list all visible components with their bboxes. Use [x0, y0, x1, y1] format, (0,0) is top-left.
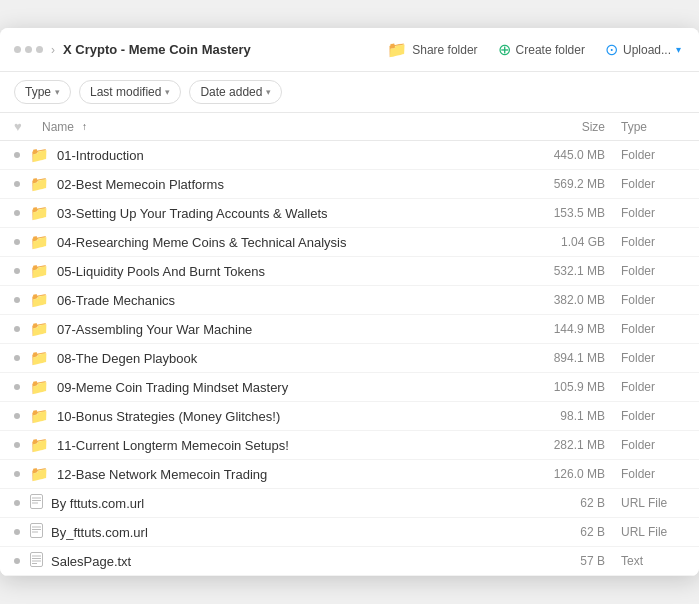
- file-size: 126.0 MB: [515, 467, 605, 481]
- file-size: 62 B: [515, 525, 605, 539]
- folder-icon: 📁: [30, 146, 49, 164]
- window-controls: [14, 46, 43, 53]
- last-modified-label: Last modified: [90, 85, 161, 99]
- table-row[interactable]: 📁 04-Researching Meme Coins & Technical …: [0, 228, 699, 257]
- favorite-dot: [14, 500, 20, 506]
- create-folder-button[interactable]: ⊕ Create folder: [494, 38, 589, 61]
- file-type: Folder: [605, 438, 685, 452]
- folder-icon: 📁: [30, 465, 49, 483]
- type-chevron-icon: ▾: [55, 87, 60, 97]
- type-filter-label: Type: [25, 85, 51, 99]
- folder-icon: 📁: [30, 262, 49, 280]
- type-filter-button[interactable]: Type ▾: [14, 80, 71, 104]
- table-header: ♥ Name ↑ Size Type: [0, 113, 699, 141]
- file-type: Folder: [605, 322, 685, 336]
- share-folder-button[interactable]: 📁 Share folder: [383, 38, 481, 61]
- breadcrumb-arrow: ›: [51, 43, 55, 57]
- table-row[interactable]: SalesPage.txt 57 B Text: [0, 547, 699, 576]
- file-size: 57 B: [515, 554, 605, 568]
- favorite-dot: [14, 239, 20, 245]
- folder-icon: 📁: [30, 320, 49, 338]
- table-row[interactable]: By_fttuts.com.url 62 B URL File: [0, 518, 699, 547]
- file-name: 07-Assembling Your War Machine: [57, 322, 515, 337]
- file-size: 445.0 MB: [515, 148, 605, 162]
- table-row[interactable]: 📁 10-Bonus Strategies (Money Glitches!) …: [0, 402, 699, 431]
- dot-2: [25, 46, 32, 53]
- favorite-dot: [14, 384, 20, 390]
- dot-3: [36, 46, 43, 53]
- table-row[interactable]: 📁 01-Introduction 445.0 MB Folder: [0, 141, 699, 170]
- header-type: Type: [605, 120, 685, 134]
- table-row[interactable]: 📁 09-Meme Coin Trading Mindset Mastery 1…: [0, 373, 699, 402]
- file-type: Folder: [605, 351, 685, 365]
- table-row[interactable]: 📁 07-Assembling Your War Machine 144.9 M…: [0, 315, 699, 344]
- file-type: Folder: [605, 293, 685, 307]
- file-size: 144.9 MB: [515, 322, 605, 336]
- favorite-dot: [14, 471, 20, 477]
- file-size: 1.04 GB: [515, 235, 605, 249]
- header-type-label: Type: [621, 120, 647, 134]
- file-size: 282.1 MB: [515, 438, 605, 452]
- file-browser-window: › X Crypto - Meme Coin Mastery 📁 Share f…: [0, 28, 699, 576]
- favorite-dot: [14, 442, 20, 448]
- folder-icon: 📁: [30, 175, 49, 193]
- last-modified-filter-button[interactable]: Last modified ▾: [79, 80, 181, 104]
- create-label: Create folder: [516, 43, 585, 57]
- table-row[interactable]: 📁 12-Base Network Memecoin Trading 126.0…: [0, 460, 699, 489]
- file-type: URL File: [605, 496, 685, 510]
- file-type: Folder: [605, 148, 685, 162]
- page-title: X Crypto - Meme Coin Mastery: [63, 42, 375, 57]
- file-size: 105.9 MB: [515, 380, 605, 394]
- table-row[interactable]: 📁 06-Trade Mechanics 382.0 MB Folder: [0, 286, 699, 315]
- date-added-chevron-icon: ▾: [266, 87, 271, 97]
- file-type: Text: [605, 554, 685, 568]
- header-size: Size: [515, 120, 605, 134]
- upload-chevron-icon: ▾: [676, 44, 681, 55]
- date-added-filter-button[interactable]: Date added ▾: [189, 80, 282, 104]
- folder-icon: 📁: [30, 204, 49, 222]
- file-name: 03-Setting Up Your Trading Accounts & Wa…: [57, 206, 515, 221]
- folder-icon: 📁: [30, 407, 49, 425]
- table-row[interactable]: 📁 11-Current Longterm Memecoin Setups! 2…: [0, 431, 699, 460]
- header-name-label: Name: [42, 120, 74, 134]
- favorite-dot: [14, 558, 20, 564]
- file-size: 894.1 MB: [515, 351, 605, 365]
- file-size: 153.5 MB: [515, 206, 605, 220]
- favorite-dot: [14, 210, 20, 216]
- folder-icon: 📁: [30, 349, 49, 367]
- favorite-dot: [14, 529, 20, 535]
- file-name: 10-Bonus Strategies (Money Glitches!): [57, 409, 515, 424]
- file-name: 11-Current Longterm Memecoin Setups!: [57, 438, 515, 453]
- favorite-dot: [14, 268, 20, 274]
- table-row[interactable]: 📁 05-Liquidity Pools And Burnt Tokens 53…: [0, 257, 699, 286]
- upload-icon: ⊙: [605, 40, 618, 59]
- text-file-icon: [30, 552, 43, 570]
- table-row[interactable]: By fttuts.com.url 62 B URL File: [0, 489, 699, 518]
- svg-rect-8: [31, 553, 43, 567]
- file-name: 01-Introduction: [57, 148, 515, 163]
- file-name: 04-Researching Meme Coins & Technical An…: [57, 235, 515, 250]
- file-name: 05-Liquidity Pools And Burnt Tokens: [57, 264, 515, 279]
- file-type: Folder: [605, 235, 685, 249]
- heart-icon: ♥: [14, 119, 22, 134]
- file-size: 382.0 MB: [515, 293, 605, 307]
- favorite-dot: [14, 355, 20, 361]
- file-name: 06-Trade Mechanics: [57, 293, 515, 308]
- upload-button[interactable]: ⊙ Upload... ▾: [601, 38, 685, 61]
- favorite-dot: [14, 181, 20, 187]
- folder-icon: 📁: [30, 233, 49, 251]
- file-name: 09-Meme Coin Trading Mindset Mastery: [57, 380, 515, 395]
- table-row[interactable]: 📁 03-Setting Up Your Trading Accounts & …: [0, 199, 699, 228]
- table-row[interactable]: 📁 02-Best Memecoin Platforms 569.2 MB Fo…: [0, 170, 699, 199]
- file-size: 569.2 MB: [515, 177, 605, 191]
- dot-1: [14, 46, 21, 53]
- date-added-label: Date added: [200, 85, 262, 99]
- header-name[interactable]: Name ↑: [42, 120, 515, 134]
- file-size: 532.1 MB: [515, 264, 605, 278]
- header-size-label: Size: [582, 120, 605, 134]
- table-row[interactable]: 📁 08-The Degen Playbook 894.1 MB Folder: [0, 344, 699, 373]
- file-type: Folder: [605, 380, 685, 394]
- file-name: SalesPage.txt: [51, 554, 515, 569]
- file-name: 08-The Degen Playbook: [57, 351, 515, 366]
- file-name: By_fttuts.com.url: [51, 525, 515, 540]
